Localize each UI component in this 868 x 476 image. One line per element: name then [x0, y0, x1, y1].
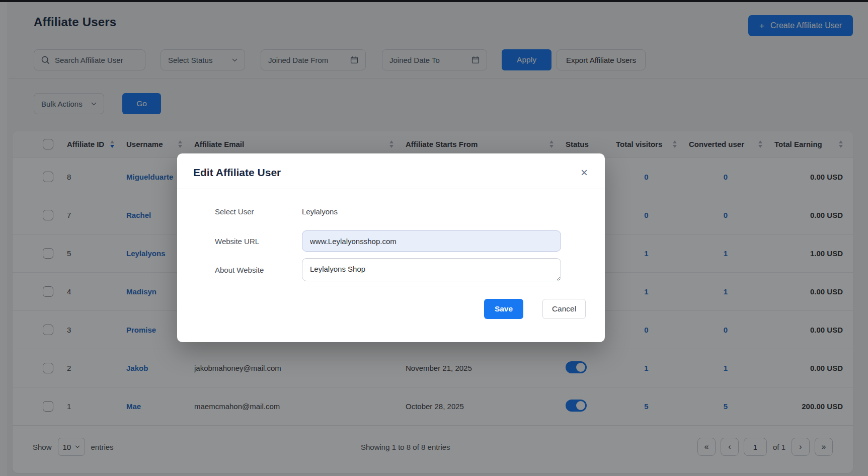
edit-affiliate-user-modal: Edit Affiliate User × Select User Leylal… — [177, 153, 605, 342]
save-button[interactable]: Save — [484, 299, 523, 319]
website-url-label: Website URL — [215, 237, 302, 246]
modal-footer: Save Cancel — [177, 288, 605, 342]
select-user-value: Leylalyons — [302, 207, 338, 216]
modal-body: Select User Leylalyons Website URL About… — [177, 189, 605, 281]
about-website-label: About Website — [215, 266, 302, 274]
select-user-row: Select User Leylalyons — [215, 207, 586, 216]
website-url-row: Website URL — [215, 230, 586, 252]
website-url-input[interactable] — [302, 230, 561, 252]
select-user-label: Select User — [215, 207, 302, 216]
modal-header: Edit Affiliate User × — [177, 153, 605, 189]
about-website-row: About Website Leylalyons Shop — [215, 258, 586, 281]
cancel-button[interactable]: Cancel — [542, 299, 586, 319]
modal-title: Edit Affiliate User — [193, 167, 281, 179]
close-icon[interactable]: × — [581, 167, 588, 179]
about-website-textarea[interactable]: Leylalyons Shop — [302, 258, 561, 281]
